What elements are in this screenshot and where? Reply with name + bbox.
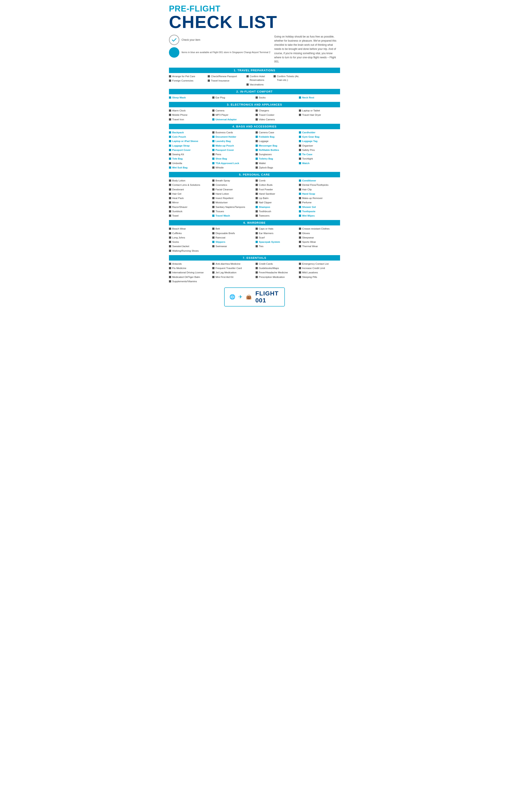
list-item: Torchlight xyxy=(299,157,340,161)
col-2: Anti-diarrhea Medicine Frequent Travelle… xyxy=(212,262,253,284)
checkbox xyxy=(256,145,258,147)
checkbox xyxy=(299,96,301,99)
checkbox xyxy=(169,149,171,151)
col-3: Confirm Hotel Reservations Confirm Ticke… xyxy=(246,74,301,87)
col-1: Body Lotion Contact Lens & Solutions Deo… xyxy=(169,179,210,218)
checkbox xyxy=(212,228,214,230)
list-item: Long Johns xyxy=(169,236,210,240)
blue-circle-icon xyxy=(169,47,179,58)
checkbox xyxy=(169,245,171,247)
section-header-travel-prep: 1. TRAVEL PREPARATIONS xyxy=(169,68,340,73)
list-item: Check/Renew Passport xyxy=(208,74,244,79)
checkbox xyxy=(256,149,258,151)
list-item: Walking/Running Shoes xyxy=(169,249,210,253)
list-item: Messenger Bag xyxy=(256,144,297,148)
list-item: Neck Rest xyxy=(299,96,340,100)
checkbox xyxy=(169,232,171,234)
list-item: Slippers xyxy=(212,240,253,244)
list-item: Razor/Shaver xyxy=(169,205,210,209)
checkbox xyxy=(212,136,214,138)
list-item: Luggage xyxy=(256,139,297,143)
checkbox xyxy=(169,110,171,112)
checkbox xyxy=(256,114,258,116)
checkbox xyxy=(256,267,258,269)
checkbox xyxy=(256,118,258,121)
checkbox xyxy=(256,197,258,199)
col-4: Crease-resistant Clothes Gloves Sleepwea… xyxy=(299,227,340,253)
checkbox xyxy=(256,131,258,133)
list-item: Toiletry Bag xyxy=(256,157,297,161)
checkbox xyxy=(256,215,258,217)
store-text: Items in blue are available at Flight 00… xyxy=(181,51,270,54)
checkbox xyxy=(256,206,258,208)
section-personal-care: 5. PERSONAL CARE Body Lotion Contact Len… xyxy=(169,172,340,218)
checkbox xyxy=(299,241,301,243)
col-1: Beach Wear Cufflinks Long Johns Socks Sw… xyxy=(169,227,210,253)
col-3: Camera Case Foldable Bag Luggage Messeng… xyxy=(256,130,297,170)
checkbox xyxy=(212,201,214,204)
col-2: Check/Renew Passport Travel Insurance xyxy=(208,74,244,87)
intro-legend: Check your item Items in blue are availa… xyxy=(169,35,270,58)
list-item: Passport Cover xyxy=(169,148,210,152)
list-item: Ear Warmers xyxy=(256,231,297,236)
list-item: Socks xyxy=(256,96,297,100)
checkbox xyxy=(169,96,171,99)
checkbox xyxy=(299,193,301,195)
checkbox xyxy=(256,263,258,265)
col-2: Belt Disposable Briefs Raincoat Slippers… xyxy=(212,227,253,253)
plane-icon: ✈ xyxy=(237,294,244,300)
checkbox xyxy=(299,210,301,212)
section-header-essentials: 7. ESSENTIALS xyxy=(169,255,340,260)
list-item: Credit Cards xyxy=(256,262,297,266)
list-item: Towel xyxy=(169,214,210,218)
checkbox xyxy=(169,166,171,169)
title-main: CHECK LIST xyxy=(169,13,340,31)
checkbox xyxy=(169,206,171,208)
list-item: Conditioner xyxy=(299,179,340,183)
list-item: TSA Approved Lock xyxy=(212,161,253,165)
checkbox xyxy=(212,118,214,121)
list-item: Shower Gel xyxy=(299,205,340,209)
list-item: Belt xyxy=(212,227,253,231)
list-item: Coin Pouch xyxy=(169,135,210,139)
checkbox xyxy=(212,153,214,155)
list-item: Hand Soap xyxy=(299,192,340,196)
intro-description: Going on holiday should be as fuss free … xyxy=(274,35,340,64)
list-item: Whistle xyxy=(212,166,253,170)
list-item: Foldable Bag xyxy=(256,135,297,139)
list-item: Contact Lens & Solutions xyxy=(169,183,210,187)
checkbox xyxy=(256,241,258,243)
list-item: Guidebooks/Maps xyxy=(256,266,297,270)
checkbox xyxy=(299,110,301,112)
checkbox xyxy=(256,162,258,164)
check-icon xyxy=(169,35,179,45)
checkbox xyxy=(299,206,301,208)
checkbox xyxy=(256,96,258,99)
list-item: Beach Wear xyxy=(169,227,210,231)
list-item: Hair Gel xyxy=(169,192,210,196)
checkbox xyxy=(169,263,171,265)
checkbox xyxy=(169,267,171,269)
checkbox xyxy=(299,158,301,160)
list-item: Crease-resistant Clothes xyxy=(299,227,340,231)
checkbox xyxy=(299,232,301,234)
col-1: Backpack Coin Pouch Laptop or iPad Sleev… xyxy=(169,130,210,170)
inflight-grid: Sleep Mask Ear Plug Socks Neck Rest xyxy=(169,96,340,100)
list-item: Disposable Briefs xyxy=(212,231,253,236)
checkbox xyxy=(212,110,214,112)
footer: 🌐 ✈ 👜 FLIGHT 001 xyxy=(224,287,285,307)
brand-name: FLIGHT 001 xyxy=(256,290,280,304)
checkbox xyxy=(169,153,171,155)
list-item: Anti-diarrhea Medicine xyxy=(212,262,253,266)
col-4: Cardholder Gym Gear Bag Luggage Tag Orga… xyxy=(299,130,340,170)
checkbox xyxy=(299,245,301,247)
section-header-inflight: 2. IN-FLIGHT COMFORT xyxy=(169,89,340,94)
list-item: Sports Wear xyxy=(299,240,340,244)
list-item: Passport Cover xyxy=(212,148,253,152)
checkbox xyxy=(212,245,214,247)
checkbox xyxy=(212,158,214,160)
list-item: Hand Sanitiser xyxy=(256,192,297,196)
list-item: Confirm Hotel Reservations Confirm Ticke… xyxy=(246,74,301,82)
checkbox xyxy=(299,267,301,269)
checkbox xyxy=(169,184,171,186)
